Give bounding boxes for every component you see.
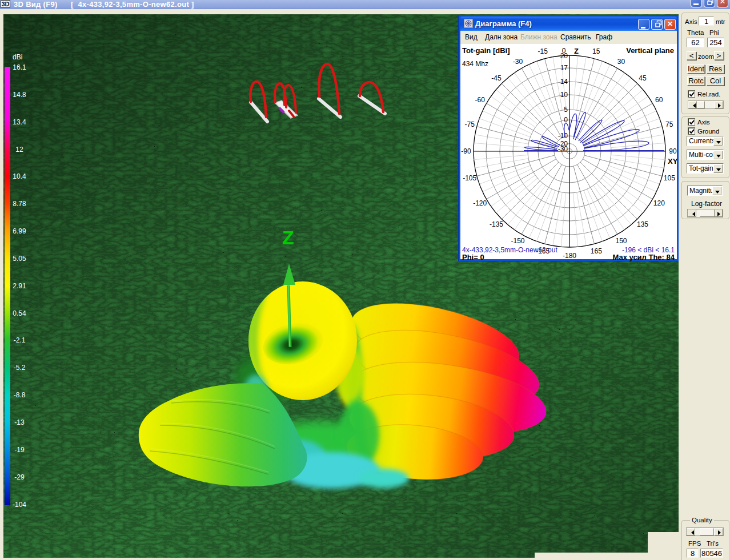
svg-text:-75: -75 [465,120,475,128]
svg-text:17: 17 [560,64,568,72]
svg-text:-105: -105 [463,174,476,182]
svg-text:165: 165 [591,247,602,255]
svg-text:-135: -135 [490,220,503,228]
svg-text:-150: -150 [511,237,524,245]
svg-text:5: 5 [564,106,568,114]
svg-text:-90: -90 [461,147,471,155]
svg-text:0.54: 0.54 [13,309,26,317]
svg-text:-45: -45 [491,74,502,82]
svg-text:-2.1: -2.1 [14,336,26,344]
svg-text:15: 15 [592,47,600,55]
svg-text:-10: -10 [558,132,568,140]
svg-text:2.91: 2.91 [13,282,26,290]
svg-text:10: 10 [560,91,568,99]
svg-text:30: 30 [617,58,625,66]
svg-text:45: 45 [639,74,647,82]
svg-text:-29: -29 [14,473,25,481]
svg-text:12: 12 [15,146,23,154]
svg-text:13.4: 13.4 [13,118,26,126]
svg-text:dBi: dBi [13,53,22,61]
svg-text:-8.8: -8.8 [14,391,26,399]
svg-text:14: 14 [560,78,568,86]
svg-text:8.78: 8.78 [13,200,26,208]
svg-text:-60: -60 [475,96,486,104]
svg-text:Z: Z [282,227,294,248]
svg-text:105: 105 [664,174,675,182]
svg-text:-120: -120 [473,199,487,207]
svg-text:-13: -13 [14,418,25,426]
svg-text:120: 120 [653,199,665,207]
svg-text:XY: XY [668,157,678,166]
svg-text:-5.2: -5.2 [14,364,26,372]
svg-text:Z: Z [574,47,579,55]
svg-text:90: 90 [669,147,677,155]
svg-text:-30: -30 [513,58,523,66]
svg-text:60: 60 [655,96,663,104]
svg-text:75: 75 [665,120,673,128]
svg-text:-180: -180 [563,252,576,260]
svg-text:135: 135 [637,220,648,228]
svg-text:-30: -30 [558,145,568,153]
svg-text:16.1: 16.1 [13,63,26,71]
svg-text:10.4: 10.4 [13,172,26,180]
svg-text:150: 150 [615,237,627,245]
svg-text:5.05: 5.05 [13,255,26,263]
svg-text:6.99: 6.99 [13,227,26,235]
svg-text:-19: -19 [14,446,25,454]
svg-text:20: 20 [560,52,568,60]
svg-text:-15: -15 [538,47,548,55]
svg-text:-104: -104 [13,501,26,509]
svg-text:14.8: 14.8 [13,91,26,99]
